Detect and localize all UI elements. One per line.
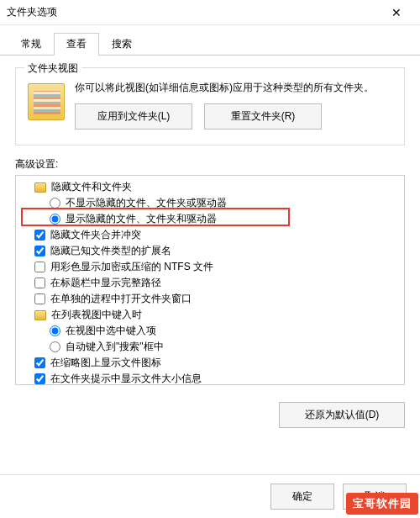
advanced-tree[interactable]: 隐藏文件和文件夹 不显示隐藏的文件、文件夹或驱动器 显示隐藏的文件、文件夹和驱动…	[15, 175, 405, 385]
folder-view-label: 文件夹视图	[24, 61, 81, 76]
check-ntfs-color[interactable]: 用彩色显示加密或压缩的 NTFS 文件	[21, 259, 401, 275]
folder-view-desc: 你可以将此视图(如详细信息或图标)应用于这种类型的所有文件夹。	[75, 80, 392, 95]
radio-input[interactable]	[50, 325, 60, 336]
checkbox-input[interactable]	[34, 373, 45, 384]
reset-folders-button[interactable]: 重置文件夹(R)	[204, 103, 322, 130]
checkbox-input[interactable]	[34, 262, 45, 272]
watermark: 宝哥软件园	[346, 493, 418, 515]
window-title: 文件夹选项	[7, 5, 380, 19]
radio-input[interactable]	[50, 214, 60, 225]
check-merge-conflict[interactable]: 隐藏文件夹合并冲突	[21, 227, 401, 243]
checkbox-input[interactable]	[34, 278, 45, 288]
checkbox-input[interactable]	[34, 230, 45, 240]
folder-view-group: 文件夹视图 你可以将此视图(如详细信息或图标)应用于这种类型的所有文件夹。 应用…	[15, 67, 405, 145]
check-size-tip[interactable]: 在文件夹提示中显示文件大小信息	[21, 371, 401, 385]
check-full-path[interactable]: 在标题栏中显示完整路径	[21, 275, 401, 291]
titlebar: 文件夹选项 ✕	[0, 0, 420, 25]
radio-input[interactable]	[50, 198, 60, 209]
check-thumb-icon[interactable]: 在缩略图上显示文件图标	[21, 355, 401, 371]
radio-select-typed[interactable]: 在视图中选中键入项	[21, 323, 401, 339]
tab-view[interactable]: 查看	[54, 33, 99, 56]
tab-general[interactable]: 常规	[8, 33, 54, 56]
content: 文件夹视图 你可以将此视图(如详细信息或图标)应用于这种类型的所有文件夹。 应用…	[0, 56, 420, 394]
folder-icon	[34, 182, 46, 193]
folder-icon	[34, 310, 46, 320]
folder-icon	[28, 83, 65, 120]
restore-row: 还原为默认值(D)	[0, 394, 420, 428]
close-button[interactable]: ✕	[380, 1, 413, 24]
restore-defaults-button[interactable]: 还原为默认值(D)	[279, 402, 405, 428]
checkbox-input[interactable]	[34, 357, 45, 368]
check-separate-process[interactable]: 在单独的进程中打开文件夹窗口	[21, 291, 401, 307]
ok-button[interactable]: 确定	[270, 484, 334, 510]
group-hidden-files: 隐藏文件和文件夹	[21, 179, 401, 195]
radio-show-hidden[interactable]: 显示隐藏的文件、文件夹和驱动器	[21, 211, 401, 227]
radio-search-box[interactable]: 自动键入到"搜索"框中	[21, 339, 401, 355]
tab-search[interactable]: 搜索	[99, 33, 144, 56]
radio-input[interactable]	[50, 341, 60, 352]
tab-strip: 常规 查看 搜索	[0, 25, 420, 56]
radio-hide-hidden[interactable]: 不显示隐藏的文件、文件夹或驱动器	[21, 195, 401, 211]
checkbox-input[interactable]	[34, 293, 45, 304]
check-hide-ext[interactable]: 隐藏已知文件类型的扩展名	[21, 243, 401, 259]
apply-to-folders-button[interactable]: 应用到文件夹(L)	[75, 103, 192, 130]
checkbox-input[interactable]	[34, 246, 45, 256]
group-list-typing: 在列表视图中键入时	[21, 307, 401, 323]
advanced-label: 高级设置:	[15, 157, 405, 172]
